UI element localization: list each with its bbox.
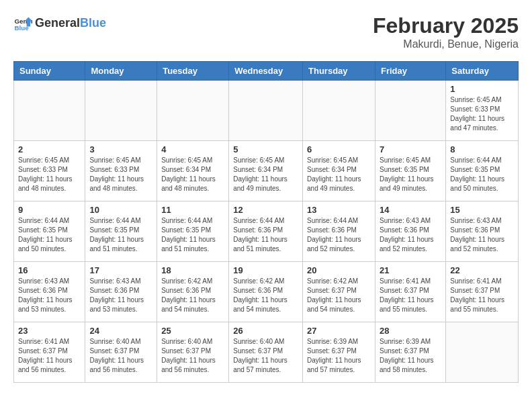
- calendar-day-cell: 23Sunrise: 6:41 AM Sunset: 6:37 PM Dayli…: [14, 322, 85, 383]
- calendar-day-cell: 20Sunrise: 6:42 AM Sunset: 6:37 PM Dayli…: [303, 262, 375, 322]
- day-number: 21: [380, 265, 441, 275]
- day-of-week-header: Wednesday: [229, 62, 303, 81]
- calendar-day-cell: 6Sunrise: 6:45 AM Sunset: 6:34 PM Daylig…: [303, 141, 375, 201]
- day-number: 27: [307, 326, 371, 336]
- day-info: Sunrise: 6:43 AM Sunset: 6:36 PM Dayligh…: [18, 277, 81, 314]
- week-row: 1Sunrise: 6:45 AM Sunset: 6:33 PM Daylig…: [14, 81, 519, 141]
- day-of-week-header: Sunday: [14, 62, 85, 81]
- day-number: 13: [307, 205, 371, 215]
- calendar-day-cell: 18Sunrise: 6:42 AM Sunset: 6:36 PM Dayli…: [157, 262, 229, 322]
- calendar-day-cell: 17Sunrise: 6:43 AM Sunset: 6:36 PM Dayli…: [85, 262, 157, 322]
- calendar-day-cell: 25Sunrise: 6:40 AM Sunset: 6:37 PM Dayli…: [157, 322, 229, 383]
- day-of-week-header: Saturday: [446, 62, 519, 81]
- calendar-day-cell: 19Sunrise: 6:42 AM Sunset: 6:36 PM Dayli…: [229, 262, 303, 322]
- week-row: 23Sunrise: 6:41 AM Sunset: 6:37 PM Dayli…: [14, 322, 519, 383]
- day-info: Sunrise: 6:45 AM Sunset: 6:34 PM Dayligh…: [307, 156, 371, 193]
- logo-blue-text: Blue: [80, 16, 106, 30]
- day-number: 24: [89, 326, 152, 336]
- day-number: 6: [307, 144, 371, 154]
- calendar-day-cell: [85, 81, 157, 141]
- calendar-day-cell: [375, 81, 445, 141]
- calendar-day-cell: 1Sunrise: 6:45 AM Sunset: 6:33 PM Daylig…: [446, 81, 519, 141]
- calendar-day-cell: 13Sunrise: 6:44 AM Sunset: 6:36 PM Dayli…: [303, 201, 375, 262]
- day-number: 17: [89, 265, 152, 275]
- week-row: 2Sunrise: 6:45 AM Sunset: 6:33 PM Daylig…: [14, 141, 519, 201]
- day-info: Sunrise: 6:45 AM Sunset: 6:35 PM Dayligh…: [380, 156, 441, 193]
- calendar-day-cell: [14, 81, 85, 141]
- day-info: Sunrise: 6:44 AM Sunset: 6:35 PM Dayligh…: [450, 156, 514, 193]
- day-info: Sunrise: 6:42 AM Sunset: 6:36 PM Dayligh…: [233, 277, 298, 314]
- calendar-day-cell: [229, 81, 303, 141]
- day-number: 20: [307, 265, 371, 275]
- day-info: Sunrise: 6:45 AM Sunset: 6:34 PM Dayligh…: [161, 156, 224, 193]
- calendar-day-cell: [446, 322, 519, 383]
- day-info: Sunrise: 6:40 AM Sunset: 6:37 PM Dayligh…: [89, 337, 152, 375]
- day-number: 26: [233, 326, 298, 336]
- day-info: Sunrise: 6:42 AM Sunset: 6:37 PM Dayligh…: [307, 277, 371, 314]
- week-row: 16Sunrise: 6:43 AM Sunset: 6:36 PM Dayli…: [14, 262, 519, 322]
- calendar-day-cell: 14Sunrise: 6:43 AM Sunset: 6:36 PM Dayli…: [375, 201, 445, 262]
- calendar-day-cell: 24Sunrise: 6:40 AM Sunset: 6:37 PM Dayli…: [85, 322, 157, 383]
- day-info: Sunrise: 6:40 AM Sunset: 6:37 PM Dayligh…: [161, 337, 224, 375]
- calendar-day-cell: 21Sunrise: 6:41 AM Sunset: 6:37 PM Dayli…: [375, 262, 445, 322]
- day-info: Sunrise: 6:44 AM Sunset: 6:35 PM Dayligh…: [161, 216, 224, 254]
- day-of-week-header: Thursday: [303, 62, 375, 81]
- day-of-week-header: Friday: [375, 62, 445, 81]
- day-number: 22: [450, 265, 514, 275]
- day-number: 4: [161, 144, 224, 154]
- day-number: 10: [89, 205, 152, 215]
- day-info: Sunrise: 6:45 AM Sunset: 6:34 PM Dayligh…: [233, 156, 298, 193]
- day-number: 14: [380, 205, 441, 215]
- day-number: 8: [450, 144, 514, 154]
- day-info: Sunrise: 6:43 AM Sunset: 6:36 PM Dayligh…: [380, 216, 441, 254]
- location-subtitle: Makurdi, Benue, Nigeria: [373, 38, 519, 50]
- day-info: Sunrise: 6:41 AM Sunset: 6:37 PM Dayligh…: [450, 277, 514, 314]
- day-number: 23: [18, 326, 81, 336]
- calendar-table: SundayMondayTuesdayWednesdayThursdayFrid…: [13, 61, 519, 383]
- day-info: Sunrise: 6:41 AM Sunset: 6:37 PM Dayligh…: [380, 277, 441, 314]
- day-number: 2: [18, 144, 81, 154]
- week-row: 9Sunrise: 6:44 AM Sunset: 6:35 PM Daylig…: [14, 201, 519, 262]
- calendar-day-cell: [303, 81, 375, 141]
- day-info: Sunrise: 6:44 AM Sunset: 6:35 PM Dayligh…: [18, 216, 81, 254]
- day-number: 16: [18, 265, 81, 275]
- day-of-week-header: Monday: [85, 62, 157, 81]
- day-info: Sunrise: 6:39 AM Sunset: 6:37 PM Dayligh…: [307, 337, 371, 375]
- day-number: 28: [380, 326, 441, 336]
- title-block: February 2025 Makurdi, Benue, Nigeria: [373, 13, 519, 50]
- day-number: 12: [233, 205, 298, 215]
- calendar-day-cell: 8Sunrise: 6:44 AM Sunset: 6:35 PM Daylig…: [446, 141, 519, 201]
- day-number: 5: [233, 144, 298, 154]
- day-number: 15: [450, 205, 514, 215]
- day-of-week-header: Tuesday: [157, 62, 229, 81]
- day-info: Sunrise: 6:43 AM Sunset: 6:36 PM Dayligh…: [450, 216, 514, 254]
- day-info: Sunrise: 6:42 AM Sunset: 6:36 PM Dayligh…: [161, 277, 224, 314]
- calendar-day-cell: 11Sunrise: 6:44 AM Sunset: 6:35 PM Dayli…: [157, 201, 229, 262]
- day-number: 9: [18, 205, 81, 215]
- day-info: Sunrise: 6:45 AM Sunset: 6:33 PM Dayligh…: [450, 95, 514, 133]
- calendar-day-cell: 2Sunrise: 6:45 AM Sunset: 6:33 PM Daylig…: [14, 141, 85, 201]
- day-number: 11: [161, 205, 224, 215]
- calendar-day-cell: 3Sunrise: 6:45 AM Sunset: 6:33 PM Daylig…: [85, 141, 157, 201]
- day-info: Sunrise: 6:44 AM Sunset: 6:36 PM Dayligh…: [233, 216, 298, 254]
- calendar-day-cell: 28Sunrise: 6:39 AM Sunset: 6:37 PM Dayli…: [375, 322, 445, 383]
- calendar-day-cell: [157, 81, 229, 141]
- day-number: 25: [161, 326, 224, 336]
- calendar-day-cell: 7Sunrise: 6:45 AM Sunset: 6:35 PM Daylig…: [375, 141, 445, 201]
- day-info: Sunrise: 6:43 AM Sunset: 6:36 PM Dayligh…: [89, 277, 152, 314]
- day-number: 19: [233, 265, 298, 275]
- day-number: 3: [89, 144, 152, 154]
- calendar-day-cell: 9Sunrise: 6:44 AM Sunset: 6:35 PM Daylig…: [14, 201, 85, 262]
- logo-general-text: General: [35, 16, 80, 30]
- day-info: Sunrise: 6:45 AM Sunset: 6:33 PM Dayligh…: [89, 156, 152, 193]
- day-number: 18: [161, 265, 224, 275]
- day-info: Sunrise: 6:39 AM Sunset: 6:37 PM Dayligh…: [380, 337, 441, 375]
- calendar-day-cell: 10Sunrise: 6:44 AM Sunset: 6:35 PM Dayli…: [85, 201, 157, 262]
- month-year-title: February 2025: [373, 13, 519, 38]
- calendar-day-cell: 16Sunrise: 6:43 AM Sunset: 6:36 PM Dayli…: [14, 262, 85, 322]
- logo-icon: General Blue: [13, 13, 32, 32]
- logo: General Blue General Blue: [13, 13, 106, 32]
- day-info: Sunrise: 6:41 AM Sunset: 6:37 PM Dayligh…: [18, 337, 81, 375]
- page-header: General Blue General Blue February 2025 …: [13, 13, 519, 50]
- day-info: Sunrise: 6:40 AM Sunset: 6:37 PM Dayligh…: [233, 337, 298, 375]
